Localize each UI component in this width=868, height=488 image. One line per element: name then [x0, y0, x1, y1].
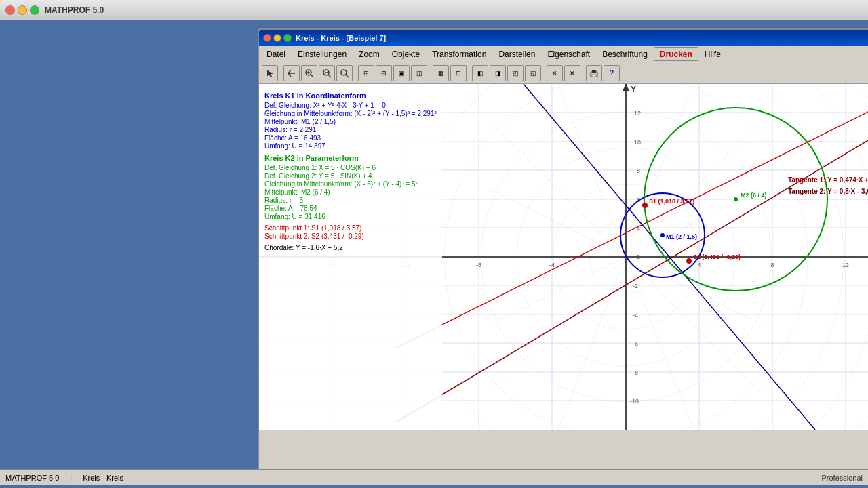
svg-text:2: 2 — [637, 253, 640, 260]
svg-text:-16: -16 — [328, 262, 336, 268]
window-title-bar: Kreis - Kreis - [Beispiel 7] — [259, 30, 868, 46]
svg-point-84 — [686, 258, 692, 264]
tool-print[interactable] — [586, 65, 602, 81]
title-bar-text: MATHPROF 5.0 — [45, 5, 104, 15]
svg-text:Tangente 2: Y = 0,8·X - 3,033: Tangente 2: Y = 0,8·X - 3,033 — [788, 188, 868, 195]
tool-b4[interactable]: ◫ — [411, 65, 427, 81]
tool-close1[interactable]: ✕ — [547, 65, 563, 81]
svg-text:10: 10 — [634, 139, 641, 146]
menu-eigenschaft[interactable]: Eigenschaft — [541, 47, 596, 61]
bottom-app: MATHPROF 5.0 — [5, 474, 59, 482]
tool-b9[interactable]: ◰ — [507, 65, 524, 81]
svg-text:8: 8 — [770, 262, 774, 268]
svg-text:-8: -8 — [476, 262, 481, 268]
svg-text:-4: -4 — [633, 312, 638, 319]
window-controls2 — [263, 34, 292, 42]
tool-b2[interactable]: ⊟ — [376, 65, 392, 81]
svg-text:-4: -4 — [549, 262, 555, 268]
title-bar: MATHPROF 5.0 — [0, 0, 868, 20]
close-btn2[interactable] — [263, 34, 271, 42]
svg-line-2 — [311, 75, 313, 77]
svg-text:-2: -2 — [633, 283, 638, 289]
tool-b1[interactable]: ⊞ — [358, 65, 374, 81]
menu-drucken[interactable]: Drucken — [654, 47, 698, 61]
coord-system-svg: X Y -20 -16 -12 -8 -4 4 8 12 12 10 8 6 — [259, 84, 868, 430]
svg-text:-20: -20 — [259, 262, 260, 268]
svg-rect-12 — [592, 75, 596, 77]
svg-text:M2 (6 / 4): M2 (6 / 4) — [741, 192, 767, 199]
svg-text:-12: -12 — [401, 262, 410, 268]
tool-zoom-out[interactable] — [319, 65, 335, 81]
tool-zoom-reset[interactable] — [336, 65, 353, 81]
maximize-button[interactable] — [30, 5, 39, 15]
minimize-button[interactable] — [18, 5, 27, 15]
svg-text:-8: -8 — [633, 369, 638, 376]
tool-cursor[interactable] — [262, 65, 278, 81]
svg-line-9 — [346, 75, 349, 77]
menu-hilfe[interactable]: Hilfe — [698, 47, 727, 61]
tool-b8[interactable]: ◨ — [490, 65, 506, 81]
tool-b5[interactable]: ▦ — [433, 65, 449, 81]
svg-text:-10: -10 — [630, 398, 639, 405]
menu-transformation[interactable]: Transformation — [426, 47, 492, 61]
tool-arrow-left[interactable] — [283, 65, 300, 81]
svg-text:4: 4 — [697, 262, 701, 268]
svg-text:Y: Y — [631, 85, 636, 94]
tool-b6[interactable]: ⊡ — [450, 65, 467, 81]
menu-darstellen[interactable]: Darstellen — [492, 47, 541, 61]
svg-point-82 — [642, 203, 648, 208]
svg-text:12: 12 — [634, 110, 641, 117]
max-btn2[interactable] — [283, 34, 292, 42]
tool-help[interactable]: ? — [604, 65, 620, 81]
tool-b3[interactable]: ▣ — [393, 65, 410, 81]
svg-text:M1 (2 / 1,5): M1 (2 / 1,5) — [666, 233, 697, 240]
close-button[interactable] — [5, 5, 15, 15]
menu-einstellungen[interactable]: Einstellungen — [292, 47, 353, 61]
window-title-text: Kreis - Kreis - [Beispiel 7] — [296, 34, 386, 42]
tool-b7[interactable]: ◧ — [472, 65, 488, 81]
svg-text:8: 8 — [637, 167, 640, 174]
menu-beschriftung[interactable]: Beschriftung — [596, 47, 654, 61]
tool-close2[interactable]: ✕ — [564, 65, 580, 81]
graph-area[interactable]: X Y -20 -16 -12 -8 -4 4 8 12 12 10 8 6 — [259, 84, 868, 430]
menu-datei[interactable]: Datei — [260, 47, 292, 61]
svg-text:S1 (1,018 / 3,57): S1 (1,018 / 3,57) — [649, 198, 694, 205]
menu-bar: Datei Einstellungen Zoom Objekte Transfo… — [259, 46, 868, 62]
svg-text:12: 12 — [842, 262, 849, 268]
svg-rect-11 — [592, 70, 596, 73]
toolbar: ⊞ ⊟ ▣ ◫ ▦ ⊡ ◧ ◨ ◰ ◱ ✕ ✕ ? — [259, 62, 868, 84]
menu-zoom[interactable]: Zoom — [353, 47, 386, 61]
svg-point-8 — [341, 70, 347, 75]
svg-text:S2 (3,481 / -0,29): S2 (3,481 / -0,29) — [693, 253, 741, 260]
svg-marker-0 — [267, 70, 273, 77]
menu-objekte[interactable]: Objekte — [386, 47, 426, 61]
svg-text:-6: -6 — [633, 340, 638, 347]
svg-point-86 — [660, 233, 665, 237]
svg-point-88 — [734, 197, 738, 201]
min-btn2[interactable] — [273, 34, 281, 42]
tool-b10[interactable]: ◱ — [525, 65, 541, 81]
bottom-bar: MATHPROF 5.0 | Kreis - Kreis Professiona… — [0, 469, 868, 485]
bottom-professional: Professional — [821, 474, 863, 482]
content-area: X Y -20 -16 -12 -8 -4 4 8 12 12 10 8 6 — [259, 84, 868, 470]
svg-text:Tangente 1: Y = 0,474·X + 3,08: Tangente 1: Y = 0,474·X + 3,088 — [788, 176, 868, 184]
tool-zoom-in[interactable] — [301, 65, 317, 81]
window-controls — [5, 5, 39, 15]
bottom-module: Kreis - Kreis — [83, 474, 123, 482]
svg-line-6 — [328, 75, 331, 77]
